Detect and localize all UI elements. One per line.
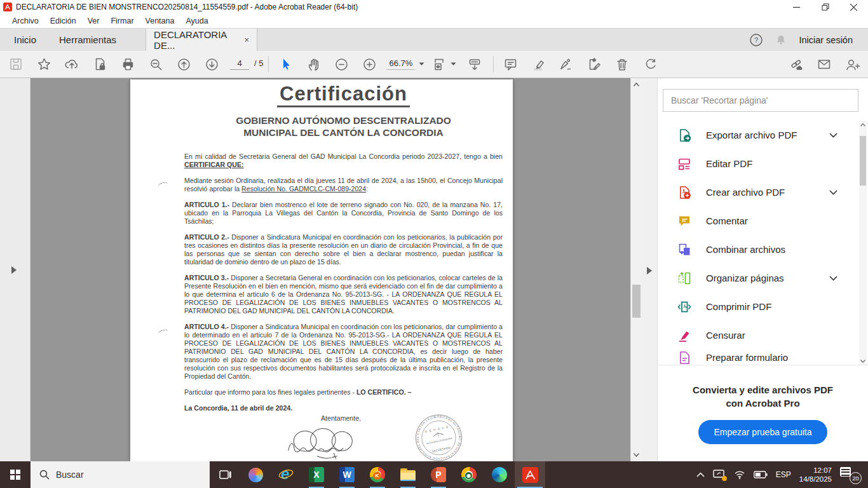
tool-censurar[interactable]: Censurar xyxy=(658,321,868,349)
left-panel-rail[interactable] xyxy=(0,78,31,461)
comment-tool-icon[interactable] xyxy=(499,54,521,74)
zoom-caret-icon[interactable] xyxy=(419,62,424,66)
chrome-profile2-button[interactable]: ◉ xyxy=(454,461,484,488)
start-button[interactable] xyxy=(0,461,31,488)
menu-ayuda[interactable]: Ayuda xyxy=(180,17,214,25)
doc-article-4: ARTICULO 4.- Disponer a Sindicatura Muni… xyxy=(184,323,503,381)
star-icon[interactable] xyxy=(33,54,55,74)
previous-page-icon[interactable] xyxy=(173,54,194,74)
page-number-field[interactable]: 4 / 5 xyxy=(230,58,263,70)
svg-text:R E N A C E: R E N A C E xyxy=(424,425,449,433)
chevron-down-icon[interactable] xyxy=(829,276,837,281)
chevron-down-icon[interactable] xyxy=(829,190,837,195)
powerpoint-button[interactable]: P xyxy=(423,461,454,488)
tab-inicio[interactable]: Inicio xyxy=(3,29,48,51)
acrobat-taskbar-button[interactable] xyxy=(515,461,545,488)
file-explorer-button[interactable] xyxy=(393,461,423,488)
sign-in-button[interactable]: Iniciar sesión xyxy=(799,35,853,45)
language-indicator[interactable]: ESP xyxy=(776,470,791,479)
menu-archivo[interactable]: Archivo xyxy=(6,17,44,25)
scrolling-mode-icon[interactable] xyxy=(464,54,485,74)
hand-tool-icon[interactable] xyxy=(302,54,324,74)
scrollbar-thumb[interactable] xyxy=(860,136,866,186)
next-page-icon[interactable] xyxy=(201,54,222,74)
help-icon[interactable]: ? xyxy=(749,33,763,47)
chevron-down-icon[interactable] xyxy=(829,133,837,138)
battery-icon[interactable] xyxy=(754,471,768,478)
tool-preparar-formulario[interactable]: Preparar formulario xyxy=(658,349,868,365)
official-stamp: GOBIERNO AUTÓNOMO DESCENTRALIZADO MUNICI… xyxy=(396,412,482,461)
scroll-down-icon[interactable] xyxy=(634,453,639,457)
wifi-icon[interactable] xyxy=(734,470,745,479)
onedrive-status-icon[interactable] xyxy=(713,470,726,480)
protected-file-icon[interactable] xyxy=(89,54,111,74)
tool-editar-pdf[interactable]: Editar PDF xyxy=(658,149,868,178)
scroll-down-icon[interactable] xyxy=(860,360,865,363)
highlight-tool-icon[interactable] xyxy=(527,54,549,74)
delete-pages-icon[interactable] xyxy=(611,54,633,74)
tab-herramientas[interactable]: Herramientas xyxy=(48,29,128,51)
internet-explorer-icon: e xyxy=(278,467,294,482)
zoom-level-value[interactable]: 66.7% xyxy=(386,58,415,70)
word-button[interactable]: W xyxy=(332,461,362,488)
zoom-level-field[interactable]: 66.7% xyxy=(386,58,424,70)
tab-close-icon[interactable]: × xyxy=(244,35,249,44)
copilot-icon xyxy=(248,468,263,482)
notification-center-button[interactable]: 20 xyxy=(840,465,862,484)
search-tools-icon[interactable] xyxy=(145,54,166,74)
tools-search-box[interactable] xyxy=(663,89,858,112)
bell-icon[interactable] xyxy=(775,34,787,46)
menu-ventana[interactable]: Ventana xyxy=(140,17,180,25)
scroll-up-icon[interactable] xyxy=(634,83,639,86)
edit-convert-icon[interactable] xyxy=(583,54,605,74)
print-icon[interactable] xyxy=(117,54,139,74)
menu-edicion[interactable]: Edición xyxy=(44,17,82,25)
zoom-in-icon[interactable] xyxy=(358,54,380,74)
tool-comentar[interactable]: Comentar xyxy=(658,207,868,235)
taskbar-search[interactable]: Buscar xyxy=(31,461,210,488)
scrollbar-thumb[interactable] xyxy=(632,285,641,318)
send-mail-icon[interactable] xyxy=(813,54,835,74)
tool-combinar-archivos[interactable]: Combinar archivos xyxy=(658,235,868,264)
share-cloud-icon[interactable] xyxy=(61,54,83,74)
edge-button[interactable] xyxy=(484,461,515,488)
tray-expand-icon[interactable] xyxy=(696,472,705,477)
fit-page-icon[interactable] xyxy=(430,54,458,74)
expand-left-panel-icon[interactable] xyxy=(11,266,17,274)
notification-icon xyxy=(840,467,851,477)
tool-comprimir-pdf[interactable]: Comprimir PDF xyxy=(658,292,868,321)
document-scrollbar[interactable] xyxy=(630,78,641,461)
rotate-pages-icon[interactable] xyxy=(639,54,661,74)
start-free-trial-button[interactable]: Empezar prueba gratuita xyxy=(698,420,827,444)
internet-explorer-button[interactable]: e xyxy=(271,461,301,488)
minimize-icon[interactable] xyxy=(782,0,811,14)
tool-organizar-paginas[interactable]: Organizar páginas xyxy=(658,264,868,292)
restore-icon[interactable] xyxy=(811,0,839,14)
tools-search-input[interactable] xyxy=(663,95,858,105)
share-people-icon[interactable] xyxy=(841,54,863,74)
right-panel-rail[interactable] xyxy=(641,78,658,461)
clock[interactable]: 12:07 14/8/2025 xyxy=(799,466,832,484)
tools-list: Exportar archivo PDF Editar PDF Crear ar… xyxy=(658,121,868,365)
close-icon[interactable] xyxy=(839,0,868,14)
scroll-up-icon[interactable] xyxy=(860,123,865,126)
page-current-input[interactable]: 4 xyxy=(230,58,249,70)
tab-document[interactable]: DECLARATORIA DE... × xyxy=(146,29,257,51)
select-tool-icon[interactable] xyxy=(275,54,296,74)
save-icon[interactable] xyxy=(5,54,27,74)
tool-crear-pdf[interactable]: Crear archivo PDF xyxy=(658,178,868,207)
document-viewport[interactable]: Certificación GOBIERNO AUTÓNOMO DESCENTR… xyxy=(31,78,630,461)
tab-document-label: DECLARATORIA DE... xyxy=(154,29,239,51)
menu-ver[interactable]: Ver xyxy=(82,17,105,25)
excel-button[interactable]: X xyxy=(301,461,332,488)
task-view-button[interactable] xyxy=(210,461,240,488)
tool-exportar-pdf[interactable]: Exportar archivo PDF xyxy=(658,121,868,149)
sidebar-scrollbar[interactable] xyxy=(859,121,867,365)
copilot-button[interactable] xyxy=(240,461,271,488)
menu-firmar[interactable]: Firmar xyxy=(105,17,139,25)
chrome-profile1-button[interactable]: K xyxy=(362,461,393,488)
zoom-out-icon[interactable] xyxy=(330,54,352,74)
fill-sign-icon[interactable] xyxy=(555,54,577,74)
share-link-icon[interactable] xyxy=(785,54,807,74)
collapse-right-panel-icon[interactable] xyxy=(646,266,653,275)
